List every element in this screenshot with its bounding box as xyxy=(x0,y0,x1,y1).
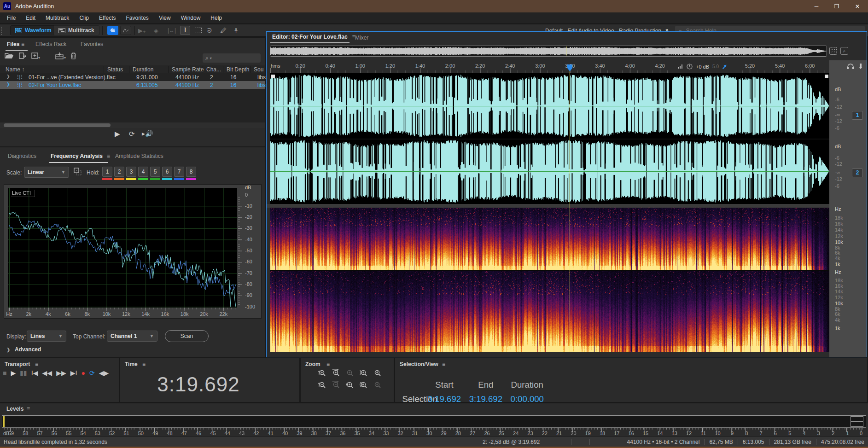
menu-file[interactable]: File xyxy=(2,13,21,23)
hold-button-5[interactable]: 5 xyxy=(150,167,160,177)
lasso-tool-icon[interactable]: ᘐ xyxy=(207,27,212,35)
menu-effects[interactable]: Effects xyxy=(94,13,121,23)
tab-favorites[interactable]: Favorites xyxy=(81,41,103,47)
waveform-view-button[interactable]: Waveform xyxy=(10,25,57,35)
levels-meter[interactable] xyxy=(2,415,866,428)
healing-brush-tool-icon[interactable]: 🖈 xyxy=(233,27,239,34)
hold-button-8[interactable]: 8 xyxy=(186,167,196,177)
overview-navigator[interactable] xyxy=(270,46,827,57)
menu-view[interactable]: View xyxy=(154,13,176,23)
tab-amplitude-statistics[interactable]: Amplitude Statistics xyxy=(115,153,163,159)
zoom-timed-button[interactable] xyxy=(373,369,382,377)
clip-gain-handle-right[interactable] xyxy=(825,75,828,78)
tab-frequency-analysis[interactable]: Frequency Analysis xyxy=(51,153,103,159)
hold-button-3[interactable]: 3 xyxy=(126,167,136,177)
spectrogram-display[interactable] xyxy=(270,208,829,352)
fast-forward-button[interactable]: ▶▶ xyxy=(56,369,66,377)
hold-button-6[interactable]: 6 xyxy=(162,167,172,177)
column-header-duration[interactable]: Duration xyxy=(133,66,153,73)
time-selection-tool-button[interactable]: I xyxy=(180,26,190,35)
hud-volume-value[interactable]: +0 dB xyxy=(696,64,709,70)
files-search-input[interactable] xyxy=(213,54,245,62)
selection-value[interactable]: 3:19.692 xyxy=(424,394,465,404)
hold-button-4[interactable]: 4 xyxy=(138,167,148,177)
new-file-button[interactable]: ▾ xyxy=(31,52,39,59)
open-file-button[interactable] xyxy=(5,52,14,59)
spectrogram-divider[interactable]: ▾ xyxy=(267,204,867,208)
panel-menu-icon[interactable]: ≡ xyxy=(35,361,38,367)
scan-button[interactable]: Scan xyxy=(165,330,209,342)
tab-files[interactable]: Files xyxy=(7,41,19,47)
clip-gain-handle-left[interactable] xyxy=(271,75,275,78)
channel-button-1[interactable]: 1 xyxy=(852,111,863,120)
hud-zoom-full-button[interactable] xyxy=(829,47,837,55)
file-row[interactable]: ❯᎒|᎒01-For ...ve (Extended Version).flac… xyxy=(0,73,265,81)
column-header-status[interactable]: Status xyxy=(107,66,123,73)
scale-dropdown[interactable]: Linear▼ xyxy=(24,167,69,178)
zoom-in-vertical-button[interactable] xyxy=(318,369,326,377)
marquee-tool-icon[interactable] xyxy=(195,28,202,33)
monitor-headphone-icon[interactable] xyxy=(847,63,854,70)
go-to-start-button[interactable]: Ⅰ◀ xyxy=(31,369,38,377)
hold-button-1[interactable]: 1 xyxy=(102,167,112,177)
selection-value[interactable]: 0:00.000 xyxy=(507,394,548,404)
mixer-tab[interactable]: Mixer xyxy=(355,35,368,41)
show-waveform-button[interactable] xyxy=(107,26,118,35)
go-to-end-button[interactable]: ▶Ⅰ xyxy=(70,369,77,377)
expand-chevron-icon[interactable]: ❯ xyxy=(6,82,10,87)
waveform-display[interactable] xyxy=(270,73,829,204)
close-button[interactable]: ✕ xyxy=(847,0,868,12)
selection-value[interactable]: 3:19.692 xyxy=(465,394,507,404)
show-spectrum-button[interactable] xyxy=(120,26,131,35)
expand-chevron-icon[interactable]: ❯ xyxy=(6,74,10,79)
loop-playback-button[interactable]: ⟳ xyxy=(89,369,95,377)
zoom-out-vertical-button[interactable] xyxy=(318,381,326,389)
column-header-samplerate[interactable]: Sample Rate xyxy=(172,66,204,73)
zoom-left-edge-button[interactable] xyxy=(346,381,354,389)
top-channel-dropdown[interactable]: Channel 1▼ xyxy=(107,331,157,342)
column-header-sou[interactable]: Sou xyxy=(254,66,263,73)
frequency-graph-plot[interactable] xyxy=(8,188,237,308)
panel-menu-icon[interactable]: ≡ xyxy=(21,41,24,47)
toolbar-grip[interactable] xyxy=(1,26,4,35)
file-row[interactable]: ❯᎒|᎒02-For Your Love.flac6:13.00544100 H… xyxy=(0,81,265,89)
panel-menu-icon[interactable]: ≡ xyxy=(27,406,30,412)
zoom-in-horizontal-button[interactable] xyxy=(332,369,340,377)
clip-indicator-box[interactable] xyxy=(851,416,863,427)
razor-tool-icon[interactable]: ◈ xyxy=(154,27,158,34)
minimize-button[interactable]: ─ xyxy=(806,0,827,12)
hud-pin-icon[interactable] xyxy=(722,64,727,70)
menu-help[interactable]: Help xyxy=(205,13,227,23)
preview-loop-button[interactable]: ⟳ xyxy=(129,130,135,138)
hold-button-2[interactable]: 2 xyxy=(114,167,124,177)
rewind-button[interactable]: ◀◀ xyxy=(42,369,52,377)
editor-tab[interactable]: Editor: 02-For Your Love.flac ≡ xyxy=(272,34,355,40)
menu-window[interactable]: Window xyxy=(176,13,206,23)
pin-ruler-icon[interactable] xyxy=(858,63,863,70)
media-browser-button[interactable]: ▾ xyxy=(55,52,64,59)
slip-tool-icon[interactable]: |↔| xyxy=(168,27,176,34)
record-button[interactable]: ● xyxy=(82,369,85,377)
time-display[interactable]: 3:19.692 xyxy=(120,373,277,396)
advanced-toggle[interactable]: Advanced xyxy=(15,346,41,353)
column-header-cha[interactable]: Cha... xyxy=(206,66,221,73)
panel-menu-icon[interactable]: ≡ xyxy=(326,361,330,367)
play-button[interactable]: ▶ xyxy=(11,369,16,377)
hud-zoom-preset-button[interactable]: ⌕ xyxy=(840,47,848,55)
preview-play-button[interactable]: ▶ xyxy=(115,130,120,138)
panel-menu-icon[interactable]: ≡ xyxy=(107,153,110,159)
tab-effects-rack[interactable]: Effects Rack xyxy=(35,41,66,47)
copy-graph-button[interactable] xyxy=(74,168,82,175)
stop-button[interactable]: ■ xyxy=(3,369,6,377)
column-header-bitdepth[interactable]: Bit Depth xyxy=(227,66,249,73)
hold-button-7[interactable]: 7 xyxy=(174,167,184,177)
preview-autoplay-button[interactable]: ▸🔊 xyxy=(142,130,153,137)
channel-button-2[interactable]: 2 xyxy=(852,169,863,177)
delete-file-button[interactable] xyxy=(70,52,77,59)
zoom-selection-button[interactable] xyxy=(360,381,368,389)
pause-button[interactable]: ▮▮ xyxy=(20,369,27,377)
scrollbar-thumb[interactable] xyxy=(4,123,111,127)
tab-diagnostics[interactable]: Diagnostics xyxy=(8,153,36,159)
menu-multitrack[interactable]: Multitrack xyxy=(41,13,74,23)
display-dropdown[interactable]: Lines▼ xyxy=(27,331,66,342)
